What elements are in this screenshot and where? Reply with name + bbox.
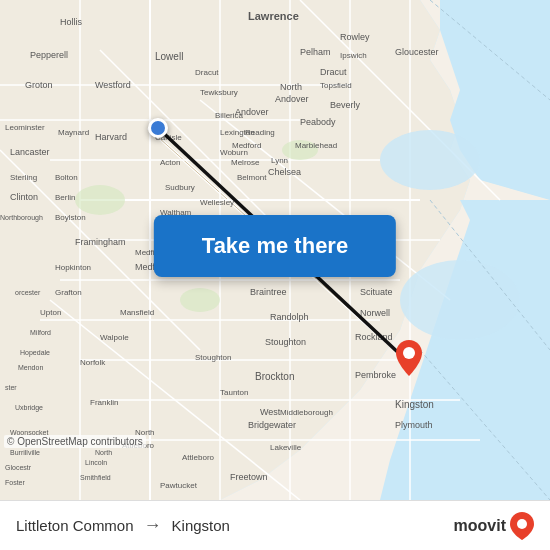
svg-point-30 bbox=[75, 185, 125, 215]
svg-text:Freetown: Freetown bbox=[230, 472, 268, 482]
svg-text:North: North bbox=[95, 449, 112, 456]
svg-text:Hopkinton: Hopkinton bbox=[55, 263, 91, 272]
svg-point-129 bbox=[517, 519, 527, 529]
svg-text:Groton: Groton bbox=[25, 80, 53, 90]
svg-text:Uxbridge: Uxbridge bbox=[15, 404, 43, 412]
svg-text:Pembroke: Pembroke bbox=[355, 370, 396, 380]
svg-text:Boylston: Boylston bbox=[55, 213, 86, 222]
svg-text:Ipswich: Ipswich bbox=[340, 51, 367, 60]
svg-text:Bolton: Bolton bbox=[55, 173, 78, 182]
svg-text:orcester: orcester bbox=[15, 289, 41, 296]
svg-text:Lowell: Lowell bbox=[155, 51, 183, 62]
arrow-icon: → bbox=[144, 515, 162, 536]
svg-text:Lawrence: Lawrence bbox=[248, 10, 299, 22]
moovit-logo: moovit bbox=[454, 512, 534, 540]
svg-text:Berlin: Berlin bbox=[55, 193, 75, 202]
svg-text:Dracut: Dracut bbox=[320, 67, 347, 77]
moovit-pin-icon bbox=[510, 512, 534, 540]
svg-text:Attleboro: Attleboro bbox=[182, 453, 215, 462]
svg-text:Brockton: Brockton bbox=[255, 371, 294, 382]
svg-text:Sterling: Sterling bbox=[10, 173, 37, 182]
svg-text:Northborough: Northborough bbox=[0, 214, 43, 222]
svg-text:Grafton: Grafton bbox=[55, 288, 82, 297]
origin-label: Littleton Common bbox=[16, 517, 134, 534]
svg-text:Middleborough: Middleborough bbox=[280, 408, 333, 417]
svg-text:Billerica: Billerica bbox=[215, 111, 244, 120]
svg-text:Hollis: Hollis bbox=[60, 17, 83, 27]
svg-text:Lancaster: Lancaster bbox=[10, 147, 50, 157]
svg-text:Dracut: Dracut bbox=[195, 68, 219, 77]
svg-text:Norfolk: Norfolk bbox=[80, 358, 106, 367]
svg-text:Lincoln: Lincoln bbox=[85, 459, 107, 466]
svg-text:Belmont: Belmont bbox=[237, 173, 267, 182]
svg-text:Burrillville: Burrillville bbox=[10, 449, 40, 456]
svg-text:North: North bbox=[280, 82, 302, 92]
svg-text:Topsfield: Topsfield bbox=[320, 81, 352, 90]
svg-text:Norwell: Norwell bbox=[360, 308, 390, 318]
svg-text:Framingham: Framingham bbox=[75, 237, 126, 247]
svg-text:Westford: Westford bbox=[95, 80, 131, 90]
bottom-bar: Littleton Common → Kingston moovit bbox=[0, 500, 550, 550]
svg-text:Lakeville: Lakeville bbox=[270, 443, 302, 452]
svg-text:Harvard: Harvard bbox=[95, 132, 127, 142]
svg-text:Bridgewater: Bridgewater bbox=[248, 420, 296, 430]
svg-text:Walpole: Walpole bbox=[100, 333, 129, 342]
svg-text:Braintree: Braintree bbox=[250, 287, 287, 297]
svg-text:Franklin: Franklin bbox=[90, 398, 118, 407]
svg-point-28 bbox=[380, 130, 480, 190]
svg-text:Andover: Andover bbox=[275, 94, 309, 104]
svg-text:Rowley: Rowley bbox=[340, 32, 370, 42]
svg-text:Sudbury: Sudbury bbox=[165, 183, 195, 192]
svg-text:Leominster: Leominster bbox=[5, 123, 45, 132]
map-attribution: © OpenStreetMap contributors bbox=[4, 435, 146, 448]
svg-point-29 bbox=[400, 260, 520, 340]
svg-text:Pelham: Pelham bbox=[300, 47, 331, 57]
svg-text:Mansfield: Mansfield bbox=[120, 308, 154, 317]
svg-text:Marblehead: Marblehead bbox=[295, 141, 337, 150]
svg-text:Stoughton: Stoughton bbox=[195, 353, 231, 362]
svg-text:Gloucester: Gloucester bbox=[395, 47, 439, 57]
svg-text:Stoughton: Stoughton bbox=[265, 337, 306, 347]
svg-text:Foster: Foster bbox=[5, 479, 26, 486]
moovit-brand-text: moovit bbox=[454, 517, 506, 535]
svg-text:Pawtucket: Pawtucket bbox=[160, 481, 198, 490]
svg-text:Glocestr: Glocestr bbox=[5, 464, 32, 471]
svg-text:Pepperell: Pepperell bbox=[30, 50, 68, 60]
svg-text:Upton: Upton bbox=[40, 308, 61, 317]
destination-pin bbox=[396, 340, 422, 380]
svg-text:Mendon: Mendon bbox=[18, 364, 43, 371]
svg-text:Beverly: Beverly bbox=[330, 100, 361, 110]
svg-text:Taunton: Taunton bbox=[220, 388, 248, 397]
svg-point-128 bbox=[403, 347, 415, 359]
svg-text:Acton: Acton bbox=[160, 158, 180, 167]
svg-text:Rockland: Rockland bbox=[355, 332, 393, 342]
svg-text:Melrose: Melrose bbox=[231, 158, 260, 167]
svg-text:West: West bbox=[260, 407, 281, 417]
svg-text:Chelsea: Chelsea bbox=[268, 167, 301, 177]
svg-text:Peabody: Peabody bbox=[300, 117, 336, 127]
svg-text:Lexington: Lexington bbox=[220, 128, 255, 137]
svg-text:Kingston: Kingston bbox=[395, 399, 434, 410]
svg-text:Tewksbury: Tewksbury bbox=[200, 88, 238, 97]
svg-text:Plymouth: Plymouth bbox=[395, 420, 433, 430]
svg-text:Clinton: Clinton bbox=[10, 192, 38, 202]
route-info: Littleton Common → Kingston bbox=[16, 515, 230, 536]
svg-text:Randolph: Randolph bbox=[270, 312, 309, 322]
svg-text:Hopedale: Hopedale bbox=[20, 349, 50, 357]
svg-point-31 bbox=[180, 288, 220, 312]
svg-text:Scituate: Scituate bbox=[360, 287, 393, 297]
map-container: Lawrence Lowell Hollis Pepperell Groton … bbox=[0, 0, 550, 500]
svg-text:ster: ster bbox=[5, 384, 17, 391]
svg-text:Wellesley: Wellesley bbox=[200, 198, 234, 207]
svg-text:Lynn: Lynn bbox=[271, 156, 288, 165]
svg-text:Milford: Milford bbox=[30, 329, 51, 336]
destination-label: Kingston bbox=[172, 517, 230, 534]
take-me-there-button[interactable]: Take me there bbox=[154, 215, 396, 277]
origin-pin bbox=[148, 118, 168, 138]
svg-text:Medford: Medford bbox=[232, 141, 261, 150]
svg-text:Maynard: Maynard bbox=[58, 128, 89, 137]
svg-text:Smithfield: Smithfield bbox=[80, 474, 111, 481]
